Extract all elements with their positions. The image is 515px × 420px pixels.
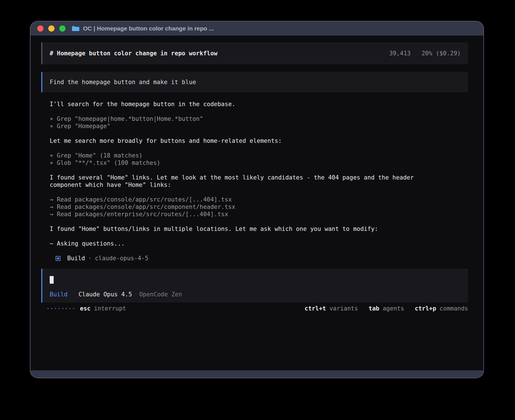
minimize-button[interactable] [48, 25, 54, 32]
status-bar-left: esc interrupt [47, 305, 126, 312]
blank-line [50, 145, 468, 152]
shortcut-variants: ctrl+tvariants [305, 305, 358, 312]
blank-line [50, 167, 468, 174]
window-title: OC | Homepage button color change in rep… [83, 25, 214, 32]
user-message-text: Find the homepage button and make it blu… [50, 79, 196, 86]
spinner-dot [58, 308, 60, 309]
session-content: # Homepage button color change in repo w… [41, 42, 468, 312]
blank-line [50, 247, 468, 255]
input-status-row: Build Claude Opus 4.5 OpenCode Zen [50, 291, 468, 298]
blank-line [50, 108, 468, 115]
shortcut-label: variants [329, 305, 358, 312]
prompt-input[interactable]: Build Claude Opus 4.5 OpenCode Zen [41, 269, 468, 303]
separator-dot: · [88, 255, 92, 262]
terminal-body: # Homepage button color change in repo w… [30, 36, 483, 378]
spinner-dot [73, 308, 74, 309]
tool-call-grep: ∗ Grep "Home" (18 matches) [50, 152, 468, 159]
assistant-text: I found several "Home" links. Let me loo… [50, 174, 414, 189]
assistant-text: I found "Home" buttons/links in multiple… [50, 225, 468, 233]
tool-call-grep: ∗ Grep "homepage|home.*button|Home.*butt… [50, 115, 468, 123]
agent-name: Build [67, 255, 85, 262]
spinner-dot [66, 308, 67, 309]
session-header: # Homepage button color change in repo w… [41, 42, 468, 64]
spinner-dot [55, 308, 56, 309]
context-usage: 20% ($0.29) [422, 50, 461, 57]
shortcut-label: commands [440, 305, 468, 312]
session-stats: 39,413 20% ($0.29) [389, 50, 461, 57]
spinner-dot [51, 308, 52, 309]
shortcut-key: ctrl+p [415, 305, 436, 312]
working-status-text: ~ Asking questions... [50, 240, 468, 247]
agent-badge: Build · claude-opus-4-5 [56, 255, 468, 262]
tool-call-read: → Read packages/console/app/src/routes/[… [50, 196, 468, 203]
close-button[interactable] [37, 25, 43, 32]
window-footer [30, 370, 483, 378]
agent-model: claude-opus-4-5 [95, 255, 149, 262]
token-count: 39,413 [389, 50, 411, 57]
tool-call-grep: ∗ Grep "Homepage" [50, 123, 468, 130]
shortcut-label: agents [383, 305, 404, 312]
esc-action-label: interrupt [94, 305, 126, 312]
provider-label: OpenCode Zen [139, 291, 182, 298]
spinner-dot [62, 308, 63, 309]
user-message: Find the homepage button and make it blu… [41, 72, 468, 92]
terminal-window: OC | Homepage button color change in rep… [30, 21, 483, 378]
status-bar: esc interrupt ctrl+tvariants tabagents c… [41, 305, 468, 312]
status-bar-right: ctrl+tvariants tabagents ctrl+pcommands [305, 305, 468, 312]
tool-call-glob: ∗ Glob "**/*.tsx" (100 matches) [50, 159, 468, 167]
shortcut-key: tab [369, 305, 379, 312]
folder-icon [72, 25, 80, 32]
session-title: # Homepage button color change in repo w… [50, 50, 217, 57]
tool-call-read: → Read packages/console/app/src/componen… [50, 203, 468, 211]
tool-call-read: → Read packages/enterprise/src/routes/[.… [50, 211, 468, 218]
blank-line [50, 130, 468, 137]
esc-key-hint: esc [80, 305, 91, 312]
titlebar: OC | Homepage button color change in rep… [30, 21, 483, 36]
agent-icon [56, 256, 60, 261]
blank-line [50, 233, 468, 240]
shortcut-agents: tabagents [369, 305, 404, 312]
shortcut-commands: ctrl+pcommands [415, 305, 468, 312]
spinner-dot [69, 308, 71, 309]
blank-line [50, 218, 468, 225]
assistant-text: Let me search more broadly for buttons a… [50, 137, 468, 145]
blank-line [50, 189, 468, 196]
mode-label: Build [50, 291, 67, 298]
zoom-button[interactable] [59, 25, 66, 32]
model-label: Claude Opus 4.5 [78, 291, 132, 298]
text-cursor [50, 276, 54, 284]
progress-spinner [47, 308, 74, 309]
assistant-text: I'll search for the homepage button in t… [50, 100, 468, 108]
spinner-dot [47, 308, 49, 309]
assistant-response: I'll search for the homepage button in t… [50, 100, 468, 262]
traffic-lights [37, 25, 66, 32]
shortcut-key: ctrl+t [305, 305, 326, 312]
